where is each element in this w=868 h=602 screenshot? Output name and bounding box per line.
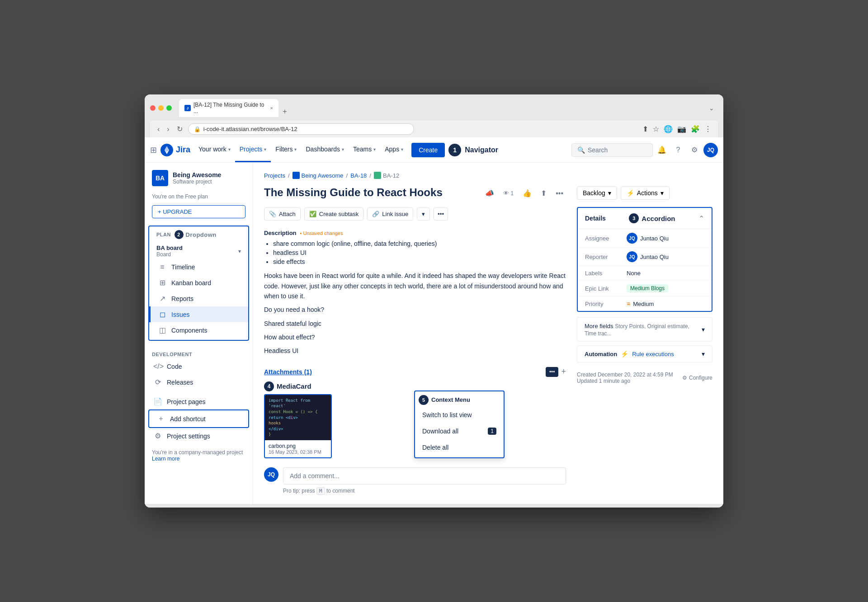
nav-filters[interactable]: Filters ▾ [271,137,301,162]
automation-label: Automation [585,351,617,357]
browser-menu[interactable]: ⋮ [703,124,712,134]
browser-reload[interactable]: ↻ [175,124,184,134]
jira-logo[interactable]: Jira [160,144,190,156]
issues-icon: ◻ [158,310,167,319]
issue-title-wrapper: The Missing Guide to React Hooks [264,186,482,199]
nav-dashboards[interactable]: Dashboards ▾ [301,137,349,162]
more-toolbar-btn[interactable]: ▾ [417,207,430,221]
mediacard-badge: 4 MediaCard [264,381,332,391]
browser-forward[interactable]: › [165,124,171,134]
sidebar-item-settings[interactable]: ⚙ Project settings [145,428,253,444]
breadcrumb-project[interactable]: Being Awesome [302,172,344,179]
ellipsis-btn[interactable]: ••• [434,207,448,221]
announce-btn[interactable]: 📣 [482,186,497,200]
share-btn[interactable]: ⬆ [538,186,549,200]
browser-back[interactable]: ‹ [156,124,161,134]
sidebar-item-reports[interactable]: ↗ Reports [149,291,248,306]
epic-link-badge[interactable]: Medium Blogs [627,284,668,292]
dropdown-badge-label: Dropdown [186,231,217,238]
details-labels-row: Labels None [578,266,712,281]
context-menu-switch-view[interactable]: Switch to list view [415,407,504,423]
backlog-btn[interactable]: Backlog ▾ [577,186,617,200]
watch-btn[interactable]: 👁 1 [500,187,517,199]
sidebar-item-pages[interactable]: 📄 Project pages [145,394,253,409]
chevron-down-icon: ▾ [264,147,266,152]
tab-close[interactable]: × [270,105,273,111]
nav-teams[interactable]: Teams ▾ [349,137,380,162]
close-btn[interactable] [150,105,156,111]
upgrade-button[interactable]: + UPGRADE [152,205,245,218]
add-attachment-btn[interactable]: + [561,367,566,376]
details-title: Details [585,215,606,222]
extensions-icon[interactable]: 🧩 [690,124,701,134]
sidebar-item-components[interactable]: ◫ Components [149,322,248,338]
maximize-btn[interactable] [166,105,172,111]
minimize-btn[interactable] [158,105,164,111]
more-actions-btn[interactable]: ••• [553,187,566,200]
search-placeholder: Search [588,146,608,154]
project-info: Being Awesome Software project [173,171,221,185]
description-para-2: Do you need a hook? [264,305,566,315]
context-menu-download-all[interactable]: Download all 1 [415,423,504,439]
create-subtask-btn[interactable]: ✅ Create subtask [304,207,363,221]
attachments-actions: ••• + [546,367,566,377]
sidebar-item-timeline[interactable]: ≡ Timeline [149,259,248,275]
actions-btn[interactable]: ⚡ Actions ▾ [621,186,670,200]
comment-tip: Pro tip: press M to comment [283,487,566,495]
automation-panel: Automation ⚡ Rule executions ▾ [577,345,712,362]
help-btn[interactable]: ? [671,143,685,157]
board-selector[interactable]: BA board Board ▾ [149,243,248,259]
new-tab-btn[interactable]: + [279,106,290,117]
share-icon: ⬆ [541,189,547,198]
attachment-preview: import React from 'react' const Hook = (… [265,394,332,441]
comment-input[interactable]: Add a comment... [283,467,566,484]
accordion-badge-label: Accordion [642,215,675,222]
sidebar-item-issues[interactable]: ◻ Issues [149,306,248,322]
create-button[interactable]: Create [411,143,445,157]
upload-icon[interactable]: ⬆ [642,124,649,134]
nav-apps[interactable]: Apps ▾ [380,137,408,162]
issue-main: The Missing Guide to React Hooks 📣 👁 1 👍 [264,186,566,495]
attachments-title[interactable]: Attachments (1) [264,368,312,376]
nav-your-work[interactable]: Your work ▾ [194,137,235,162]
browser-tab-active[interactable]: J [BA-12] The Missing Guide to ... × [179,99,278,117]
address-bar[interactable]: 🔒 i-code-it.atlassian.net/browse/BA-12 [188,123,414,135]
attachment-card[interactable]: import React from 'react' const Hook = (… [264,394,332,458]
translate-icon[interactable]: 🌐 [663,124,674,134]
labels-label: Labels [585,270,621,277]
user-avatar[interactable]: JQ [703,143,718,157]
watch-count: 1 [511,190,514,197]
nav-logo-area: ⊞ Jira [150,144,190,156]
notifications-btn[interactable]: 🔔 [655,143,669,157]
more-fields-panel[interactable]: More fields Story Points, Original estim… [577,317,712,342]
browser-addressbar: ‹ › ↻ 🔒 i-code-it.atlassian.net/browse/B… [150,121,718,137]
bookmark-icon[interactable]: ☆ [652,124,660,134]
context-menu-delete-all[interactable]: Delete all [415,439,504,456]
nav-projects[interactable]: Projects ▾ [235,137,271,162]
like-btn[interactable]: 👍 [520,186,534,200]
learn-more-link[interactable]: Learn more [152,456,179,462]
breadcrumb-projects[interactable]: Projects [264,172,285,179]
add-shortcut-button[interactable]: ＋ Add shortcut [148,409,249,428]
collapse-icon[interactable]: ⌃ [698,214,704,223]
window-minimize[interactable]: ⌄ [705,102,718,114]
settings-gear-icon: ⚙ [153,432,162,440]
configure-btn[interactable]: ⚙ Configure [682,375,712,381]
sidebar-item-kanban[interactable]: ⊞ Kanban board [149,275,248,291]
automation-left: Automation ⚡ Rule executions [585,350,674,357]
attachments-menu-btn[interactable]: ••• [546,367,559,377]
link-issue-btn[interactable]: 🔗 Link issue [367,207,413,221]
grid-icon[interactable]: ⊞ [150,145,157,155]
description-para-1: Hooks have been in React world for quite… [264,271,566,301]
attach-btn[interactable]: 📎 Attach [264,207,301,221]
sidebar-item-code[interactable]: </> Code [145,359,253,374]
search-box[interactable]: 🔍 Search [571,143,653,157]
rule-executions-link[interactable]: Rule executions [632,351,674,357]
top-nav: ⊞ Jira Your work ▾ Projects ▾ [145,137,723,163]
sidebar-item-releases[interactable]: ⟳ Releases [145,374,253,390]
settings-btn[interactable]: ⚙ [687,143,702,157]
breadcrumb-parent[interactable]: BA-18 [350,172,367,179]
camera-icon[interactable]: 📷 [676,124,687,134]
project-header: BA Being Awesome Software project [145,170,253,193]
more-fields-text: More fields Story Points, Original estim… [585,322,702,337]
